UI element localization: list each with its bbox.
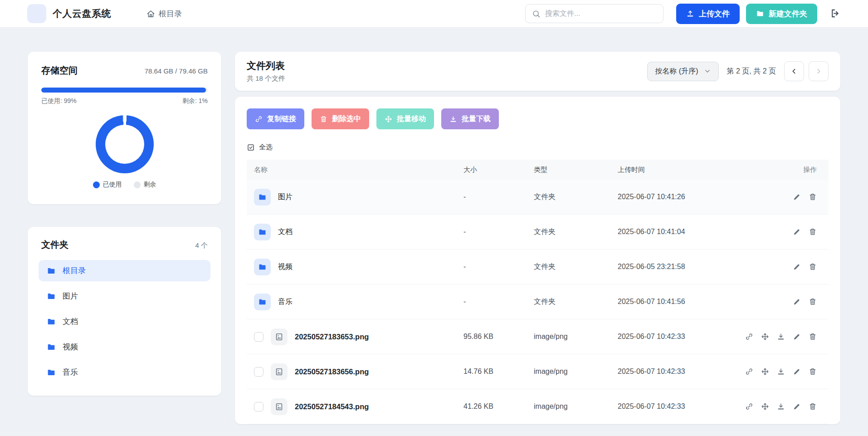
folder-badge [254,294,271,310]
download-icon [449,115,457,123]
edit-icon[interactable] [793,228,801,236]
delete-icon[interactable] [809,402,817,411]
breadcrumb[interactable]: 根目录 [146,9,182,19]
table-row[interactable]: 文档 - 文件夹 2025-06-07 10:41:04 [247,215,829,250]
edit-icon[interactable] [793,367,801,376]
folder-icon [47,266,56,275]
edit-icon[interactable] [793,402,801,411]
header-name: 名称 [247,166,463,174]
folder-icon [756,10,764,18]
delete-icon[interactable] [809,193,817,201]
download-icon[interactable] [777,333,785,341]
file-list-card: 复制链接 删除选中 批量移动 批量下载 全选 [235,97,840,424]
upload-icon [686,10,694,18]
batch-download-button[interactable]: 批量下载 [441,108,499,129]
move-icon[interactable] [761,367,769,376]
folder-icon [258,298,267,306]
top-bar: 个人云盘系统 根目录 上传文件 新建文件夹 [0,0,868,28]
copy-link-button[interactable]: 复制链接 [247,108,304,129]
link-icon[interactable] [745,367,753,376]
storage-title: 存储空间 [41,64,78,77]
sidebar-item-music[interactable]: 音乐 [39,362,210,383]
file-table: 名称 大小 类型 上传时间 操作 图片 - 文件夹 2025-06-07 10: [247,160,829,424]
delete-icon[interactable] [809,333,817,341]
folder-icon [258,263,267,271]
sort-select[interactable]: 按名称 (升序) [647,62,718,81]
chevron-right-icon [815,68,822,75]
delete-icon[interactable] [809,298,817,306]
delete-icon[interactable] [809,367,817,376]
legend-free-dot [134,181,141,188]
table-row[interactable]: 20250527184543.png 41.26 KB image/png 20… [247,389,829,424]
storage-donut-chart [96,115,154,173]
page-title: 文件列表 [247,59,285,72]
logout-button[interactable] [830,8,841,19]
sidebar-item-documents[interactable]: 文档 [39,311,210,332]
move-icon[interactable] [761,402,769,411]
row-checkbox[interactable] [254,402,263,412]
storage-free-label: 剩余: 1% [182,97,208,105]
trash-icon [320,115,327,123]
header-type: 类型 [534,166,618,174]
prev-page-button[interactable] [784,61,804,81]
batch-actions: 复制链接 删除选中 批量移动 批量下载 [247,108,829,129]
download-icon[interactable] [777,402,785,411]
search-input[interactable] [545,10,657,18]
breadcrumb-label: 根目录 [159,9,182,19]
image-file-icon [275,333,283,341]
folders-count: 4 个 [195,241,208,250]
sidebar-item-pictures[interactable]: 图片 [39,285,210,307]
edit-icon[interactable] [793,333,801,341]
table-row[interactable]: 视频 - 文件夹 2025-06-05 23:21:58 [247,250,829,284]
edit-icon[interactable] [793,298,801,306]
sort-select-value: 按名称 (升序) [655,67,698,76]
folder-icon [47,343,56,352]
link-icon[interactable] [745,402,753,411]
table-row[interactable]: 20250527183656.png 14.76 KB image/png 20… [247,354,829,389]
download-icon[interactable] [777,367,785,376]
search-box[interactable] [525,4,663,23]
folder-list: 根目录 图片 文档 视频 音乐 [39,260,210,383]
edit-icon[interactable] [793,263,801,271]
sidebar-item-videos[interactable]: 视频 [39,336,210,358]
next-page-button[interactable] [809,61,829,81]
table-row[interactable]: 图片 - 文件夹 2025-06-07 10:41:26 [247,180,829,215]
row-checkbox[interactable] [254,367,263,377]
storage-progress-bar [41,88,208,93]
check-square-icon [247,143,255,152]
app-title: 个人云盘系统 [53,7,111,20]
folders-card: 文件夹 4 个 根目录 图片 文档 视频 [28,227,221,396]
legend-free-label: 剩余 [144,181,156,189]
row-checkbox[interactable] [254,332,263,342]
batch-move-button[interactable]: 批量移动 [376,108,434,129]
move-icon [385,115,392,123]
edit-icon[interactable] [793,193,801,201]
sidebar-item-root[interactable]: 根目录 [39,260,210,281]
move-icon[interactable] [761,333,769,341]
page-info: 第 2 页, 共 2 页 [727,67,776,76]
home-icon [146,10,155,18]
link-icon[interactable] [745,333,753,341]
table-row[interactable]: 音乐 - 文件夹 2025-06-07 10:41:56 [247,284,829,319]
logout-icon [830,8,840,19]
delete-icon[interactable] [809,263,817,271]
storage-legend: 已使用 剩余 [93,181,156,189]
table-row[interactable]: 20250527183653.png 95.86 KB image/png 20… [247,319,829,354]
storage-card: 存储空间 78.64 GB / 79.46 GB 已使用: 99% 剩余: 1%… [28,52,221,204]
upload-file-button[interactable]: 上传文件 [676,4,740,24]
delete-icon[interactable] [809,228,817,236]
folder-badge [254,189,271,206]
folder-icon [258,193,267,201]
delete-selected-button[interactable]: 删除选中 [312,108,369,129]
storage-used-label: 已使用: 99% [41,97,77,105]
file-badge [271,363,288,380]
legend-used-dot [93,181,100,188]
select-all[interactable]: 全选 [247,143,829,152]
folder-badge [254,259,271,275]
new-folder-button[interactable]: 新建文件夹 [746,4,817,24]
search-icon [532,10,541,18]
folder-icon [47,368,56,377]
cloud-logo-icon [30,7,44,20]
storage-progress-fill [41,88,206,93]
folder-icon [47,317,56,326]
